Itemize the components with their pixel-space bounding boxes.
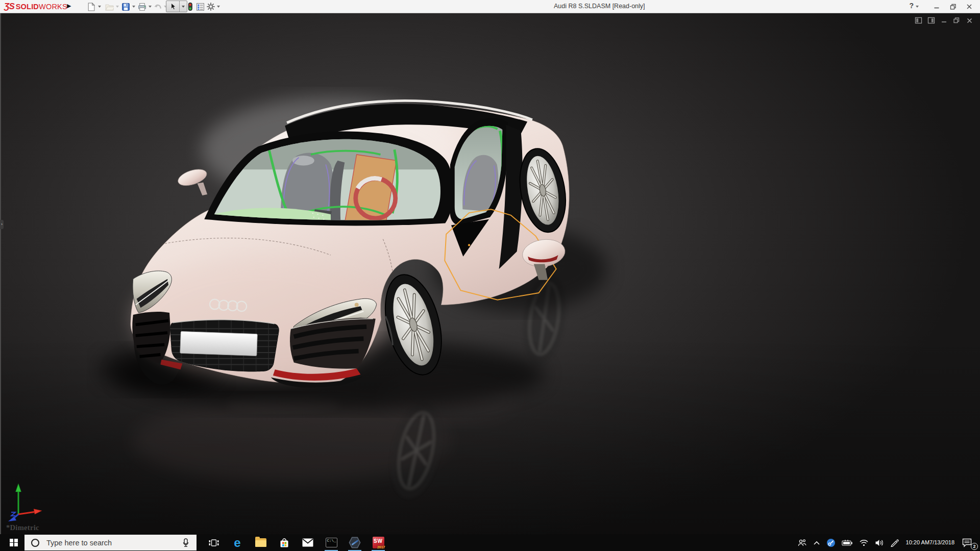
document-title: Audi R8 S.SLDASM [Read-only] xyxy=(554,3,645,10)
desktop-screen: ƷS SOLID WORKS ▶ xyxy=(0,0,980,551)
pen-icon xyxy=(890,538,899,547)
tray-time: 10:20 AM xyxy=(906,539,929,546)
license-plate[interactable] xyxy=(180,331,258,356)
task-view-icon xyxy=(208,538,219,548)
doc-restore-button[interactable] xyxy=(952,16,961,24)
solidworks-logo: ƷS SOLID WORKS xyxy=(4,2,67,12)
model-render-audi-r8[interactable] xyxy=(0,13,980,534)
people-icon xyxy=(797,539,807,547)
options-dropdown[interactable] xyxy=(217,6,220,8)
restore-icon xyxy=(950,4,957,10)
solidworks-2017-icon: SW 2017 xyxy=(373,537,384,548)
print-button[interactable] xyxy=(137,2,147,12)
tray-date: 7/13/2018 xyxy=(929,539,954,546)
select-tool-group xyxy=(166,1,187,12)
taskbar-search-input[interactable]: Type here to search xyxy=(24,535,197,550)
options-button[interactable] xyxy=(206,2,216,12)
app-minimize-button[interactable] xyxy=(930,2,943,12)
file-properties-button[interactable] xyxy=(195,2,205,12)
save-button[interactable] xyxy=(120,2,131,12)
rebuild-trafficlight-icon xyxy=(186,2,194,11)
system-tray: 10:20 AM 7/13/2018 2 xyxy=(794,534,980,551)
windows-logo-icon xyxy=(10,539,18,547)
battery-icon xyxy=(842,539,853,546)
open-folder-icon xyxy=(105,3,114,11)
save-floppy-icon xyxy=(121,3,130,11)
doc-minimize-button[interactable] xyxy=(939,16,948,24)
close-icon xyxy=(966,4,972,10)
task-view-button[interactable] xyxy=(202,534,226,551)
undo-button xyxy=(153,2,163,12)
left-pane-icon xyxy=(915,17,922,24)
tray-key-app-button[interactable] xyxy=(823,534,839,551)
taskbar-app-icons: e xyxy=(202,534,390,551)
file-properties-icon xyxy=(196,3,205,11)
solidworks-titlebar: ƷS SOLID WORKS ▶ xyxy=(0,0,980,13)
show-left-pane-button[interactable] xyxy=(914,16,923,24)
mail-icon xyxy=(302,538,314,547)
app-close-button[interactable] xyxy=(963,2,976,12)
orientation-triad xyxy=(6,483,47,521)
new-document-icon xyxy=(87,3,95,11)
print-dropdown[interactable] xyxy=(149,6,152,8)
triad-y-axis xyxy=(16,484,21,514)
open-button xyxy=(104,2,114,12)
open-dropdown xyxy=(116,6,119,8)
action-center-button[interactable]: 2 xyxy=(959,534,980,551)
taskbar-app-file-explorer[interactable] xyxy=(249,534,273,551)
help-button[interactable]: ? xyxy=(909,2,919,10)
speaker-icon xyxy=(875,539,884,547)
search-placeholder: Type here to search xyxy=(46,539,181,547)
microphone-icon[interactable] xyxy=(181,538,190,548)
windows-taskbar: Type here to search e xyxy=(0,534,980,551)
new-document-button[interactable] xyxy=(86,2,96,12)
chevron-up-icon xyxy=(813,540,820,545)
edrawings-icon xyxy=(349,537,361,549)
solidworks-logo-glyph: ƷS xyxy=(4,2,14,12)
document-window-controls xyxy=(914,16,974,24)
start-button[interactable] xyxy=(5,534,22,551)
microsoft-store-icon xyxy=(279,537,290,548)
notification-badge: 2 xyxy=(971,543,978,550)
taskbar-app-command-prompt[interactable]: C:\_ xyxy=(320,534,343,551)
edge-icon: e xyxy=(234,537,240,549)
key-app-icon xyxy=(826,538,836,547)
battery-button[interactable] xyxy=(839,534,856,551)
select-cursor-icon xyxy=(169,3,177,10)
tray-overflow-button[interactable] xyxy=(810,534,823,551)
right-pane-icon xyxy=(927,17,935,24)
network-button[interactable] xyxy=(856,534,872,551)
gear-icon xyxy=(206,2,215,11)
wifi-icon xyxy=(859,539,869,546)
help-dropdown[interactable] xyxy=(916,6,919,8)
taskbar-app-mail[interactable] xyxy=(296,534,320,551)
taskbar-app-edge[interactable]: e xyxy=(226,534,249,551)
save-dropdown[interactable] xyxy=(132,6,135,8)
select-tool-button[interactable] xyxy=(166,1,180,12)
file-explorer-icon xyxy=(255,538,266,547)
doc-close-button[interactable] xyxy=(965,16,974,24)
close-icon xyxy=(966,17,973,24)
people-button[interactable] xyxy=(794,534,810,551)
graphics-viewport[interactable]: › xyxy=(0,13,980,534)
undo-arrow-icon xyxy=(154,3,162,11)
taskbar-app-edrawings[interactable] xyxy=(343,534,366,551)
featuremanager-collapsed-splitter[interactable] xyxy=(0,13,1,534)
printer-icon xyxy=(138,3,146,11)
toolbar-flyout-arrow-icon[interactable]: ▶ xyxy=(67,3,71,9)
windows-ink-button[interactable] xyxy=(887,534,902,551)
taskbar-app-store[interactable] xyxy=(273,534,296,551)
show-right-pane-button[interactable] xyxy=(926,16,936,24)
volume-button[interactable] xyxy=(872,534,887,551)
new-document-dropdown[interactable] xyxy=(98,6,101,8)
view-orientation-label: *Dimetric xyxy=(6,523,39,532)
mirror-left[interactable] xyxy=(176,166,209,195)
rebuild-button[interactable] xyxy=(185,2,195,12)
cortana-icon xyxy=(31,539,39,547)
taskbar-app-solidworks[interactable]: SW 2017 xyxy=(366,534,390,551)
app-restore-button[interactable] xyxy=(946,2,960,12)
triad-z-axis xyxy=(8,512,18,521)
featuremanager-expand-arrow[interactable]: › xyxy=(0,220,4,229)
restore-icon xyxy=(953,17,960,24)
taskbar-clock[interactable]: 10:20 AM 7/13/2018 xyxy=(902,534,959,551)
